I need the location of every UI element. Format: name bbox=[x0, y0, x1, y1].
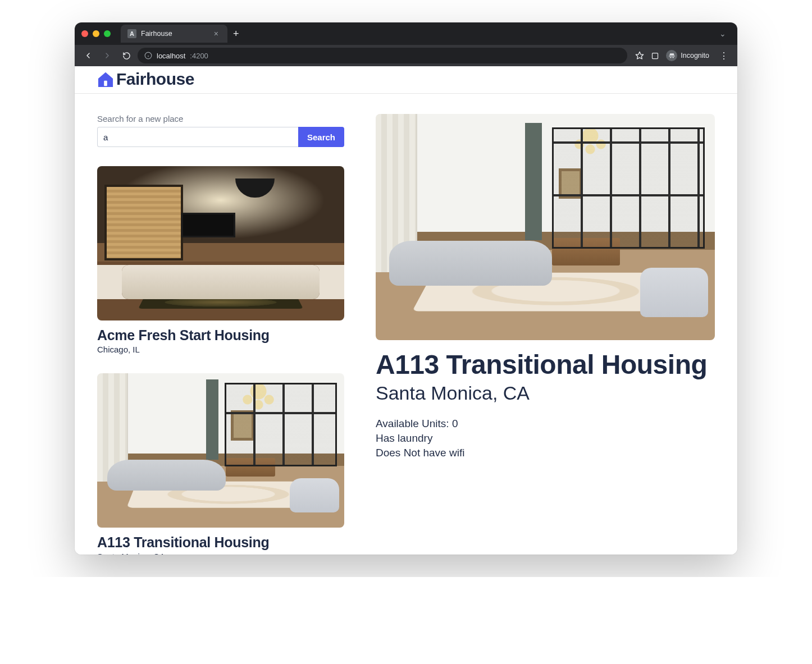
close-window-button[interactable] bbox=[81, 30, 88, 37]
incognito-badge[interactable]: Incognito bbox=[666, 50, 709, 61]
listing-image bbox=[97, 373, 344, 528]
left-column: Search for a new place Search Acme Fresh… bbox=[97, 114, 344, 555]
nav-back-button[interactable] bbox=[80, 48, 96, 63]
detail-hero-image bbox=[376, 114, 715, 340]
minimize-window-button[interactable] bbox=[93, 30, 99, 37]
brand-title: Fairhouse bbox=[116, 70, 194, 89]
listing-location: Santa Monica, CA bbox=[97, 552, 344, 555]
tabstrip: A Fairhouse × + bbox=[121, 22, 245, 45]
browser-menu-icon[interactable]: ⋮ bbox=[716, 51, 732, 61]
search-button[interactable]: Search bbox=[298, 127, 344, 147]
nav-reload-button[interactable] bbox=[118, 48, 134, 63]
svg-rect-4 bbox=[653, 53, 658, 58]
tab-title: Fairhouse bbox=[141, 30, 207, 38]
brand-logo-icon bbox=[97, 71, 114, 87]
listing-card[interactable]: A113 Transitional Housing Santa Monica, … bbox=[97, 373, 344, 555]
window-titlebar: A Fairhouse × + ⌄ bbox=[75, 22, 737, 45]
search-input[interactable] bbox=[97, 127, 298, 147]
search-form: Search bbox=[97, 127, 344, 147]
address-bar[interactable]: localhost:4200 bbox=[138, 48, 627, 63]
listing-title: A113 Transitional Housing bbox=[97, 534, 344, 551]
detail-title: A113 Transitional Housing bbox=[376, 350, 715, 379]
listing-location: Chicago, IL bbox=[97, 345, 344, 354]
tab-overflow-icon[interactable]: ⌄ bbox=[715, 27, 731, 40]
listing-title: Acme Fresh Start Housing bbox=[97, 327, 344, 344]
search-label: Search for a new place bbox=[97, 114, 344, 123]
traffic-lights bbox=[81, 30, 111, 37]
browser-toolbar: localhost:4200 Incognito ⋮ bbox=[75, 45, 737, 66]
browser-window: A Fairhouse × + ⌄ localhost:4200 bbox=[75, 22, 737, 555]
detail-meta-line: Available Units: 0 bbox=[376, 416, 715, 431]
svg-rect-5 bbox=[104, 81, 107, 86]
page-viewport[interactable]: Fairhouse Search for a new place Search … bbox=[75, 66, 737, 555]
new-tab-button[interactable]: + bbox=[227, 26, 245, 42]
detail-meta-line: Does Not have wifi bbox=[376, 446, 715, 460]
svg-marker-3 bbox=[636, 52, 644, 59]
incognito-icon bbox=[666, 50, 677, 61]
site-info-icon[interactable] bbox=[144, 52, 152, 59]
tab-close-icon[interactable]: × bbox=[212, 28, 221, 39]
address-host: localhost bbox=[157, 52, 185, 60]
tab-favicon: A bbox=[127, 29, 136, 38]
listing-image bbox=[97, 166, 344, 320]
detail-meta: Available Units: 0 Has laundry Does Not … bbox=[376, 416, 715, 460]
detail-panel: A113 Transitional Housing Santa Monica, … bbox=[376, 114, 715, 555]
nav-forward-button[interactable] bbox=[99, 48, 115, 63]
incognito-label: Incognito bbox=[681, 52, 709, 59]
bookmark-star-icon[interactable] bbox=[635, 51, 644, 60]
app-header: Fairhouse bbox=[75, 66, 737, 94]
main-layout: Search for a new place Search Acme Fresh… bbox=[75, 94, 737, 555]
listing-card[interactable]: Acme Fresh Start Housing Chicago, IL bbox=[97, 166, 344, 354]
extensions-icon[interactable] bbox=[651, 52, 659, 60]
fullscreen-window-button[interactable] bbox=[104, 30, 111, 37]
browser-tab[interactable]: A Fairhouse × bbox=[121, 25, 227, 43]
detail-location: Santa Monica, CA bbox=[376, 382, 715, 404]
address-port: :4200 bbox=[190, 52, 208, 60]
detail-meta-line: Has laundry bbox=[376, 431, 715, 446]
